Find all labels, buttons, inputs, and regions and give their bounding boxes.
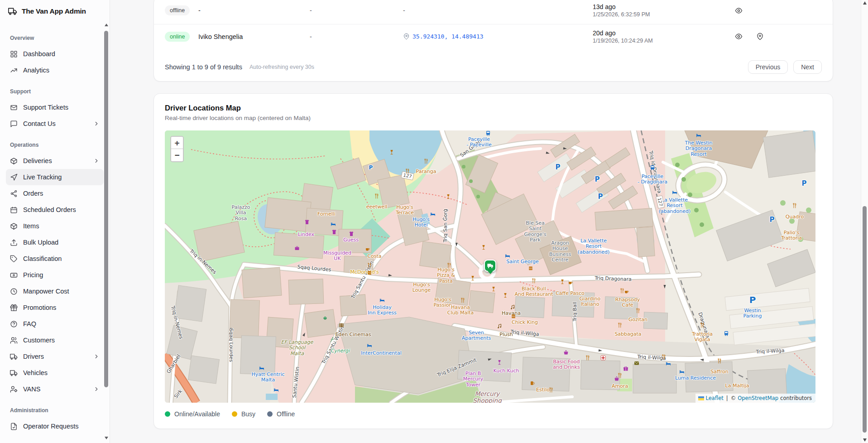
driver-marker-online[interactable] (484, 260, 496, 272)
sidebar-item-vans[interactable]: VANS (6, 381, 104, 397)
map-road-label: San Ġiljan (459, 139, 482, 159)
sidebar-item-label: Scheduled Orders (23, 206, 76, 213)
sidebar: The Van App Admin OverviewDashboardAnaly… (0, 0, 110, 443)
view-driver-button[interactable] (734, 32, 743, 41)
map-poi-label: Caffe Pasco (556, 291, 585, 296)
actions-cell (734, 6, 822, 15)
next-button[interactable]: Next (793, 60, 822, 74)
sidebar-scrollbar[interactable] (104, 20, 109, 443)
sidebar-item-manpower-cost[interactable]: Manpower Cost (6, 283, 104, 299)
map-poi-label: P (598, 193, 603, 201)
banknote-icon (10, 271, 18, 279)
runner-icon (330, 337, 335, 342)
map-zoom-control: + − (170, 136, 184, 162)
map-poi-label: Gozitan (628, 317, 647, 323)
drivers-table-rows: offline---13d ago1/25/2026, 6:32:59 PMon… (154, 0, 833, 48)
map-poi-label: The Westin Dragonara Resort (685, 140, 712, 157)
page-scroll-thumb[interactable] (863, 206, 867, 433)
truck-icon (10, 353, 18, 361)
view-driver-button[interactable] (734, 6, 743, 15)
location-cell: 35.924310, 14.489413 (403, 33, 593, 40)
sidebar-item-dashboard[interactable]: Dashboard (6, 46, 104, 62)
coordinates-link[interactable]: 35.924310, 14.489413 (412, 33, 484, 40)
basket-icon (614, 376, 619, 381)
bed-icon (379, 297, 385, 303)
map-attribution: Leaflet | © OpenStreetMap contributors (695, 394, 815, 403)
sidebar-item-support-tickets[interactable]: Support Tickets (6, 99, 104, 116)
film-icon (339, 323, 344, 328)
sidebar-item-deliveries[interactable]: Deliveries (6, 153, 104, 169)
dining-icon (585, 355, 590, 361)
sidebar-item-items[interactable]: Items (6, 218, 104, 234)
dining-icon (374, 193, 379, 199)
calendar-icon (10, 206, 18, 214)
dining-icon (531, 278, 537, 284)
locate-driver-button[interactable] (755, 32, 765, 41)
sidebar-item-bulk-upload[interactable]: Bulk Upload (6, 234, 104, 250)
sidebar-item-contact-us[interactable]: Contact Us (6, 116, 104, 132)
sidebar-item-operator-requests[interactable]: Operator Requests (6, 418, 104, 434)
map-poi-label: Saint George (506, 259, 539, 265)
sidebar-section-label: Overview (6, 35, 104, 46)
bed-icon (367, 342, 372, 348)
map-zoom-in-button[interactable]: + (171, 137, 183, 149)
sidebar-item-label: Deliveries (23, 157, 52, 164)
users-icon (10, 337, 18, 344)
previous-button[interactable]: Previous (748, 60, 788, 74)
van-logo-icon (8, 7, 17, 16)
map-canvas[interactable]: San ĠiljanSqaq LourdesSqaq LourdesTriq i… (165, 130, 815, 403)
sidebar-scroll-down-icon[interactable] (105, 437, 108, 439)
page-scroll-down-icon[interactable] (863, 438, 867, 442)
dining-icon (548, 387, 554, 393)
sidebar-item-faq[interactable]: FAQ (6, 316, 104, 332)
bed-icon (672, 189, 677, 195)
shirt-icon (349, 231, 354, 236)
map-road-label: Dragunara (697, 312, 710, 339)
map-poi-label: Guess (343, 237, 359, 243)
map-poi-label: eeetwell (366, 204, 388, 210)
sidebar-item-analytics[interactable]: Analytics (6, 62, 104, 78)
sidebar-item-label: Support Tickets (23, 104, 68, 111)
map-card-subtitle: Real-time driver locations on map (cente… (165, 115, 822, 121)
map-zoom-out-button[interactable]: − (171, 149, 183, 161)
sidebar-item-label: Classification (23, 255, 62, 262)
sidebar-item-label: Bulk Upload (23, 239, 58, 246)
location-pin-icon (403, 33, 410, 40)
sidebar-item-orders[interactable]: Orders (6, 185, 104, 202)
map-poi-label: Rhapsody Café (615, 297, 640, 308)
shift-cell: - (310, 7, 403, 14)
sidebar-item-customers[interactable]: Customers (6, 332, 104, 348)
map-poi-label: Paceville - Paceville (466, 137, 492, 148)
map-road-label: Sqaq Lourdes (228, 328, 234, 362)
dining-icon (619, 288, 625, 294)
sidebar-item-label: Manpower Cost (23, 288, 69, 295)
chevron-right-icon (93, 158, 100, 164)
leaflet-link[interactable]: Leaflet (706, 395, 724, 401)
sidebar-item-live-tracking[interactable]: Live Tracking (6, 169, 104, 185)
map-road-label: Gharbiel (166, 354, 182, 375)
bed-icon (259, 365, 264, 371)
sidebar-item-vehicles[interactable]: Vehicles (6, 365, 104, 381)
page-scroll-up-icon[interactable] (863, 1, 867, 5)
sidebar-scroll-up-icon[interactable] (105, 24, 108, 26)
sidebar-item-classification[interactable]: Classification (6, 250, 104, 267)
status-cell: offline (165, 5, 198, 15)
map-poi-label: Hyatt Centric Malta (251, 372, 284, 383)
map-road-label: Triq Santu Wistin (321, 325, 345, 365)
location-cell: - (403, 7, 593, 14)
sidebar-item-drivers[interactable]: Drivers (6, 348, 104, 365)
map-poi-label: Missguided UK (323, 250, 351, 262)
driver-name-cell: - (198, 7, 310, 14)
sidebar-item-promotions[interactable]: Promotions (6, 299, 104, 316)
sidebar-item-pricing[interactable]: Pricing (6, 267, 104, 283)
van-marker-icon (487, 262, 494, 270)
page-scrollbar[interactable] (861, 0, 868, 443)
shirt-icon (331, 229, 337, 235)
burger-icon (528, 265, 533, 271)
sidebar-item-scheduled-orders[interactable]: Scheduled Orders (6, 202, 104, 218)
openstreetmap-link[interactable]: OpenStreetMap (738, 395, 778, 401)
legend-dot (232, 411, 237, 417)
gift-icon (623, 366, 628, 371)
map-poi-label: Havana Club Malta (447, 305, 474, 316)
sidebar-scroll-thumb[interactable] (104, 31, 108, 387)
